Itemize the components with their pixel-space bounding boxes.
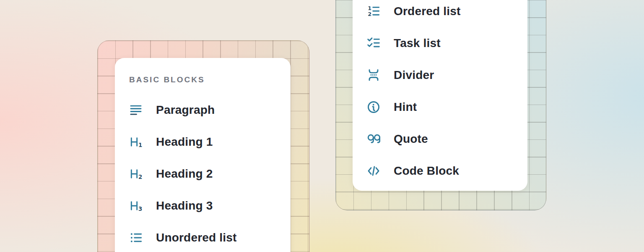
- code-block-icon: [367, 164, 380, 178]
- divider-icon: [367, 68, 380, 82]
- svg-text:1: 1: [138, 142, 142, 148]
- svg-text:3: 3: [138, 206, 142, 212]
- block-menu-basic: BASIC BLOCKS Paragraph 1 Heading 1 2 Hea…: [115, 58, 291, 252]
- menu-item-task-list[interactable]: Task list: [353, 27, 527, 59]
- unordered-list-icon: [129, 231, 143, 244]
- menu-item-heading-2[interactable]: 2 Heading 2: [115, 158, 291, 190]
- menu-item-hint[interactable]: Hint: [353, 91, 527, 123]
- menu-item-label: Paragraph: [156, 103, 215, 117]
- menu-item-quote[interactable]: Quote: [353, 123, 527, 155]
- ordered-list-icon: 1 2: [367, 5, 380, 18]
- block-menu-secondary: 1 2 Ordered list Task list: [353, 0, 527, 191]
- menu-item-label: Divider: [394, 68, 434, 82]
- heading-2-icon: 2: [129, 167, 143, 181]
- svg-text:2: 2: [368, 11, 371, 17]
- heading-3-icon: 3: [129, 199, 143, 213]
- menu-item-label: Ordered list: [394, 5, 461, 18]
- quote-icon: [367, 132, 380, 146]
- menu-item-label: Quote: [394, 132, 428, 146]
- paragraph-icon: [129, 103, 143, 117]
- svg-text:2: 2: [138, 174, 142, 180]
- menu-item-label: Heading 2: [156, 167, 213, 181]
- menu-item-code-block[interactable]: Code Block: [353, 155, 527, 187]
- menu-item-heading-1[interactable]: 1 Heading 1: [115, 126, 291, 158]
- menu-item-divider[interactable]: Divider: [353, 59, 527, 91]
- hint-icon: [367, 100, 380, 114]
- task-list-icon: [367, 37, 380, 50]
- menu-item-label: Unordered list: [156, 231, 237, 244]
- menu-item-heading-3[interactable]: 3 Heading 3: [115, 190, 291, 222]
- menu-item-label: Task list: [394, 37, 441, 50]
- heading-1-icon: 1: [129, 135, 143, 149]
- menu-item-label: Heading 3: [156, 199, 213, 213]
- menu-item-label: Code Block: [394, 164, 459, 178]
- svg-text:1: 1: [368, 5, 371, 11]
- menu-item-unordered-list[interactable]: Unordered list: [115, 222, 291, 252]
- section-title: BASIC BLOCKS: [129, 75, 291, 85]
- menu-item-ordered-list[interactable]: 1 2 Ordered list: [353, 0, 527, 27]
- menu-item-paragraph[interactable]: Paragraph: [115, 94, 291, 126]
- page-background: { "colors": { "icon_teal": "#2e7c9d", "i…: [0, 0, 644, 252]
- menu-item-label: Heading 1: [156, 135, 213, 149]
- menu-item-label: Hint: [394, 100, 417, 114]
